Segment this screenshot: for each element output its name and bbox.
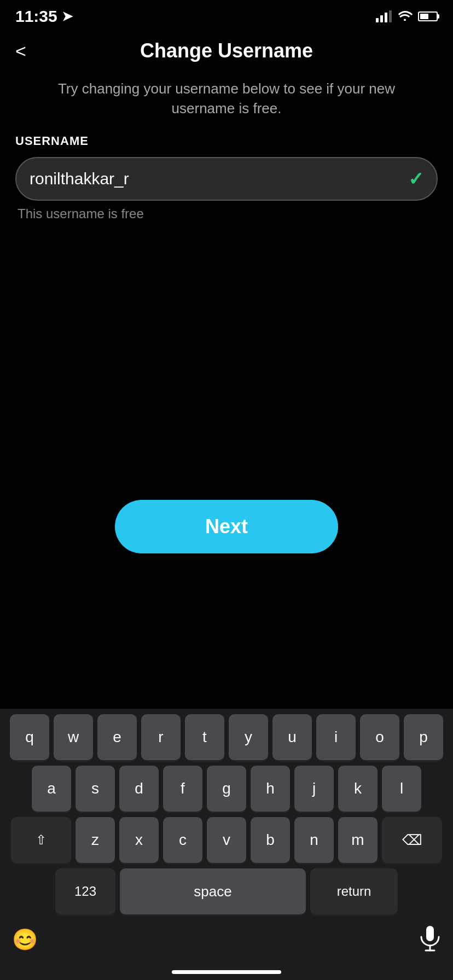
keyboard-row-4: 123 space return <box>3 868 450 914</box>
mic-button[interactable] <box>419 925 441 954</box>
key-w[interactable]: w <box>54 714 93 760</box>
key-i[interactable]: i <box>316 714 356 760</box>
key-s[interactable]: s <box>76 766 115 812</box>
next-button-container: Next <box>0 500 453 553</box>
key-k[interactable]: k <box>338 766 378 812</box>
key-f[interactable]: f <box>163 766 202 812</box>
key-e[interactable]: e <box>97 714 137 760</box>
key-o[interactable]: o <box>360 714 399 760</box>
time-display: 11:35 <box>15 7 57 26</box>
home-indicator <box>3 964 450 980</box>
key-m[interactable]: m <box>338 817 378 863</box>
keyboard-row-2: a s d f g h j k l <box>3 766 450 812</box>
signal-icon <box>376 10 392 22</box>
back-button[interactable]: < <box>15 42 26 60</box>
key-y[interactable]: y <box>229 714 268 760</box>
key-q[interactable]: q <box>10 714 49 760</box>
location-arrow-icon: ➤ <box>62 9 73 24</box>
key-l[interactable]: l <box>382 766 421 812</box>
key-numbers[interactable]: 123 <box>55 868 115 914</box>
page-header: < Change Username <box>0 30 453 72</box>
status-time: 11:35 ➤ <box>15 7 73 26</box>
username-input-wrapper[interactable]: ✓ <box>15 157 438 201</box>
key-v[interactable]: v <box>207 817 246 863</box>
keyboard-row-1: q w e r t y u i o p <box>3 714 450 760</box>
key-t[interactable]: t <box>185 714 224 760</box>
key-g[interactable]: g <box>207 766 246 812</box>
keyboard-row-3: ⇧ z x c v b n m ⌫ <box>3 817 450 863</box>
key-shift[interactable]: ⇧ <box>11 817 71 863</box>
key-u[interactable]: u <box>272 714 312 760</box>
next-button[interactable]: Next <box>115 500 338 553</box>
emoji-button[interactable]: 😊 <box>12 928 38 952</box>
key-r[interactable]: r <box>141 714 181 760</box>
status-icons <box>376 9 438 24</box>
subtitle-text: Try changing your username below to see … <box>0 72 453 134</box>
key-n[interactable]: n <box>294 817 334 863</box>
keyboard: q w e r t y u i o p a s d f g h j k l ⇧ … <box>0 709 453 980</box>
key-x[interactable]: x <box>119 817 159 863</box>
key-return[interactable]: return <box>310 868 398 914</box>
check-icon: ✓ <box>408 168 423 190</box>
key-backspace[interactable]: ⌫ <box>382 817 442 863</box>
page-title: Change Username <box>140 39 313 62</box>
field-hint: This username is free <box>15 201 438 221</box>
key-b[interactable]: b <box>251 817 290 863</box>
username-input[interactable] <box>30 170 408 188</box>
key-p[interactable]: p <box>404 714 443 760</box>
key-d[interactable]: d <box>119 766 159 812</box>
form-section: USERNAME ✓ This username is free <box>0 134 453 221</box>
key-z[interactable]: z <box>76 817 115 863</box>
svg-rect-0 <box>426 926 434 941</box>
key-h[interactable]: h <box>251 766 290 812</box>
key-a[interactable]: a <box>32 766 71 812</box>
key-c[interactable]: c <box>163 817 202 863</box>
wifi-icon <box>397 9 413 24</box>
battery-icon <box>418 11 438 21</box>
field-label: USERNAME <box>15 134 438 148</box>
key-space[interactable]: space <box>120 868 306 914</box>
key-j[interactable]: j <box>294 766 334 812</box>
home-bar <box>172 970 281 974</box>
keyboard-bottom-row: 😊 <box>3 920 450 964</box>
status-bar: 11:35 ➤ <box>0 0 453 30</box>
